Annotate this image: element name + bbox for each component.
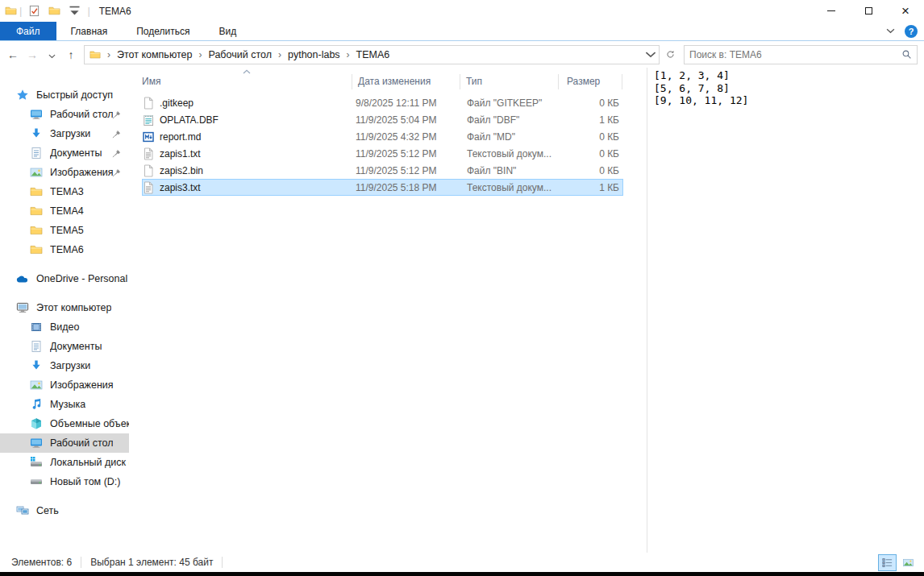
column-header-modified[interactable]: Дата изменения <box>352 74 460 89</box>
sidebar-item-onedrive[interactable]: OneDrive - Personal <box>0 269 129 288</box>
sidebar-item-label: Документы <box>50 341 102 352</box>
sidebar-item-qa-documents[interactable]: Документы <box>0 143 129 163</box>
file-modified: 11/9/2025 5:18 PM <box>352 182 460 193</box>
tab-share[interactable]: Поделиться <box>122 22 204 40</box>
app-folder-icon[interactable] <box>5 5 17 17</box>
console-output: [1, 2, 3, 4][5, 6, 7, 8][9, 10, 11, 12] <box>654 69 924 107</box>
titlebar-divider: | <box>87 5 89 17</box>
breadcrumb-segment[interactable]: Рабочий стол <box>208 49 271 60</box>
file-type: Файл "MD" <box>460 131 559 143</box>
sidebar-item-tema6[interactable]: TEMA6 <box>0 240 129 259</box>
sidebar-item-documents[interactable]: Документы <box>0 337 129 356</box>
file-row-zapis3-txt[interactable]: zapis3.txt11/9/2025 5:18 PMТекстовый док… <box>142 179 623 196</box>
maximize-icon <box>865 7 872 15</box>
file-row-zapis1-txt[interactable]: zapis1.txt11/9/2025 5:12 PMТекстовый док… <box>142 145 623 162</box>
sidebar-item-label: TEMA3 <box>50 186 84 197</box>
sidebar-item-tema3[interactable]: TEMA3 <box>0 182 129 201</box>
file-modified: 11/9/2025 5:04 PM <box>352 114 460 126</box>
breadcrumb-segment[interactable]: Этот компьютер <box>117 49 192 60</box>
file-size: 0 КБ <box>559 97 622 109</box>
tab-home[interactable]: Главная <box>56 22 123 40</box>
column-header-filler <box>622 74 647 89</box>
console-line: [9, 10, 11, 12] <box>654 94 924 107</box>
pictures-icon <box>30 166 43 179</box>
status-divider <box>222 557 223 568</box>
sidebar-item-pictures[interactable]: Изображения <box>0 375 129 395</box>
qat-properties-button[interactable] <box>24 0 44 22</box>
sidebar-item-label: TEMA4 <box>50 205 84 217</box>
sidebar-item-music[interactable]: Музыка <box>0 395 129 414</box>
file-row-oplata-dbf[interactable]: OPLATA.DBF11/9/2025 5:04 PMФайл "DBF"1 К… <box>142 111 623 128</box>
sidebar-item-label: Этот компьютер <box>36 302 111 313</box>
ribbon-collapse-button[interactable] <box>886 28 895 34</box>
sidebar-item-downloads[interactable]: Загрузки <box>0 356 129 375</box>
title-bar: | | TEMA6 × <box>0 0 924 22</box>
tab-view[interactable]: Вид <box>204 22 251 40</box>
sidebar-item-video[interactable]: Видео <box>0 317 129 337</box>
back-button[interactable]: ← <box>3 48 23 61</box>
filemd-icon <box>142 131 155 143</box>
filetxt-icon <box>142 147 155 160</box>
sidebar-item-label: TEMA5 <box>50 225 84 236</box>
sidebar-item-disk-c[interactable]: Локальный диск (C:) <box>0 453 129 472</box>
minimize-button[interactable] <box>813 0 850 22</box>
thumbnails-view-button[interactable] <box>899 554 918 571</box>
up-button[interactable]: ↑ <box>61 48 81 61</box>
breadcrumb-segment[interactable]: TEMA6 <box>356 49 390 60</box>
sidebar-item-label: Рабочий стол <box>50 109 113 120</box>
fileblank-icon <box>142 97 155 110</box>
maximize-button[interactable] <box>850 0 887 22</box>
column-header-type[interactable]: Тип <box>460 74 559 89</box>
breadcrumb-segment[interactable]: python-labs <box>288 49 340 60</box>
music-icon <box>30 398 43 411</box>
console-line: [5, 6, 7, 8] <box>654 82 924 95</box>
column-header-size[interactable]: Размер <box>559 74 622 89</box>
forward-button[interactable]: → <box>23 48 42 61</box>
minimize-icon <box>827 10 835 11</box>
sidebar-item-desktop[interactable]: Рабочий стол <box>0 433 129 453</box>
file-row-zapis2-bin[interactable]: zapis2.bin11/9/2025 5:12 PMФайл "BIN"0 К… <box>142 162 623 179</box>
file-name-cell: .gitkeep <box>142 97 352 110</box>
file-size: 0 КБ <box>559 148 622 160</box>
ribbon-tab-row: Файл Главная Поделиться Вид ? <box>0 22 924 41</box>
sidebar-item-quick-access[interactable]: Быстрый доступ <box>0 85 129 105</box>
pin-icon <box>112 149 121 158</box>
sidebar-item-this-pc[interactable]: Этот компьютер <box>0 298 129 317</box>
file-row-gitkeep[interactable]: .gitkeep9/8/2025 12:11 PMФайл "GITKEEP"0… <box>142 94 623 111</box>
refresh-button[interactable] <box>662 50 678 59</box>
sidebar-item-qa-desktop[interactable]: Рабочий стол <box>0 105 129 124</box>
qat-customize-button[interactable] <box>65 0 85 22</box>
address-dropdown-button[interactable] <box>643 49 659 60</box>
help-button[interactable]: ? <box>905 25 918 38</box>
file-list-body: .gitkeep9/8/2025 12:11 PMФайл "GITKEEP"0… <box>129 94 647 196</box>
tab-file[interactable]: Файл <box>0 22 56 40</box>
details-view-button[interactable] <box>878 554 897 571</box>
ribbon-right-controls: ? <box>886 22 918 40</box>
address-bar[interactable]: ›Этот компьютер›Рабочий стол›python-labs… <box>84 45 660 64</box>
onedrive-icon <box>16 272 29 285</box>
sidebar-item-objects3d[interactable]: Объемные объекты <box>0 414 129 433</box>
file-name-cell: zapis1.txt <box>142 147 352 160</box>
sidebar-item-qa-pictures[interactable]: Изображения <box>0 163 129 182</box>
search-input[interactable] <box>689 49 901 60</box>
recent-locations-button[interactable] <box>42 48 61 61</box>
sidebar-item-qa-downloads[interactable]: Загрузки <box>0 124 129 143</box>
sidebar-item-label: Новый том (D:) <box>50 476 121 487</box>
sidebar-item-label: Загрузки <box>50 128 90 139</box>
file-name-cell: report.md <box>142 131 352 143</box>
breadcrumb: ›Этот компьютер›Рабочий стол›python-labs… <box>101 49 389 60</box>
thispc-icon <box>16 301 29 314</box>
column-header-name[interactable]: Имя <box>129 74 352 89</box>
column-headers: Имя Дата изменения Тип Размер <box>129 71 647 92</box>
sidebar-item-tema4[interactable]: TEMA4 <box>0 201 129 221</box>
file-row-report-md[interactable]: report.md11/9/2025 4:32 PMФайл "MD"0 КБ <box>142 128 623 145</box>
sidebar-item-disk-d[interactable]: Новый том (D:) <box>0 472 129 491</box>
sidebar-item-tema5[interactable]: TEMA5 <box>0 221 129 240</box>
sidebar-item-network[interactable]: Сеть <box>0 501 129 520</box>
file-type: Текстовый докум... <box>460 182 559 193</box>
close-button[interactable]: × <box>887 0 924 22</box>
pin-icon <box>112 110 121 119</box>
breadcrumb-separator-icon: › <box>340 49 356 60</box>
pin-icon <box>112 130 121 139</box>
qat-new-folder-button[interactable] <box>44 0 65 22</box>
